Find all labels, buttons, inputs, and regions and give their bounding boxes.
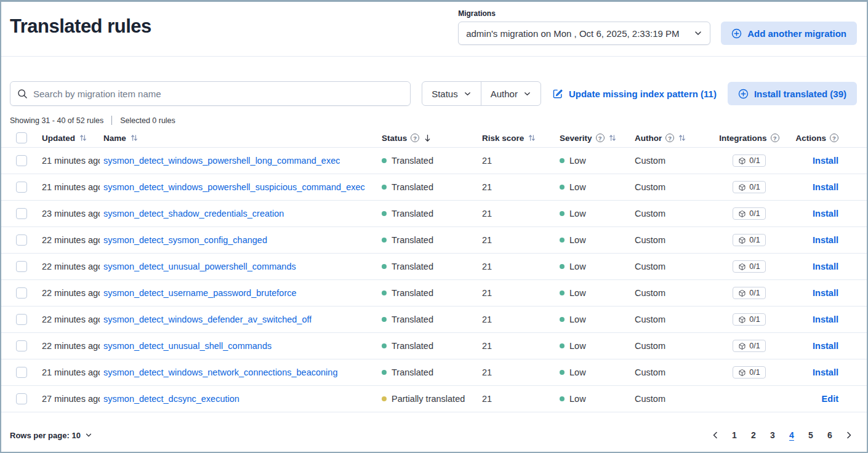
rows-per-page-button[interactable]: Rows per page: 10 (10, 431, 92, 440)
integrations-badge[interactable]: 0/1 (733, 313, 765, 326)
row-checkbox[interactable] (16, 314, 27, 325)
row-action-link[interactable]: Install (813, 341, 838, 351)
page-number-3[interactable]: 3 (765, 428, 780, 443)
sort-arrows-icon (608, 134, 617, 142)
rule-name-link[interactable]: sysmon_detect_windows_defender_av_switch… (103, 315, 311, 324)
status-dot (382, 238, 387, 243)
author-filter-button[interactable]: Author (481, 82, 540, 105)
migrations-block: Migrations admin's migration on Mon , Oc… (458, 9, 857, 56)
update-index-pattern-button[interactable]: Update missing index pattern (11) (552, 88, 717, 99)
author-cell: Custom (635, 235, 665, 245)
header-divider (1, 56, 867, 57)
rule-name-link[interactable]: sysmon_detect_shadow_credentials_creatio… (103, 209, 284, 218)
row-action-link[interactable]: Install (813, 315, 838, 324)
integrations-count: 0/1 (749, 156, 760, 165)
next-page-button[interactable] (842, 428, 856, 442)
sort-arrows-icon (130, 134, 139, 142)
page-number-2[interactable]: 2 (746, 428, 761, 443)
sort-arrows-icon (678, 134, 686, 142)
row-action-link[interactable]: Install (813, 182, 838, 192)
question-mark-icon[interactable]: ? (665, 134, 674, 142)
row-checkbox[interactable] (16, 235, 27, 246)
question-mark-icon[interactable]: ? (771, 134, 779, 142)
table-body: 21 minutes ago sysmon_detect_windows_pow… (1, 148, 867, 412)
add-migration-button[interactable]: Add another migration (721, 22, 857, 45)
integrations-badge[interactable]: 0/1 (733, 260, 765, 273)
integrations-count: 0/1 (749, 315, 760, 324)
rule-name-link[interactable]: sysmon_detect_windows_network_connection… (103, 367, 337, 377)
column-header-updated[interactable]: Updated (38, 134, 100, 143)
row-action-link[interactable]: Install (813, 235, 838, 245)
integrations-badge[interactable]: 0/1 (733, 366, 765, 379)
table-row: 22 minutes ago sysmon_detect_unusual_she… (1, 333, 867, 359)
page-number-4[interactable]: 4 (784, 428, 799, 443)
chevron-down-icon (464, 90, 472, 98)
row-action-link[interactable]: Install (813, 367, 838, 377)
status-filter-button[interactable]: Status (422, 82, 481, 105)
row-checkbox[interactable] (16, 261, 27, 272)
page-number-5[interactable]: 5 (803, 428, 818, 443)
rule-name-link[interactable]: sysmon_detect_windows_powershell_long_co… (103, 156, 340, 166)
row-checkbox[interactable] (16, 182, 27, 193)
row-checkbox[interactable] (16, 340, 27, 351)
select-all-checkbox[interactable] (16, 132, 27, 143)
row-checkbox[interactable] (16, 208, 27, 219)
column-header-status[interactable]: Status ? (378, 134, 478, 143)
row-checkbox[interactable] (16, 287, 27, 299)
row-checkbox[interactable] (16, 367, 27, 378)
severity-dot (560, 238, 565, 243)
rules-table: Updated Name Status ? Risk score Severit… (1, 129, 867, 412)
rule-name-link[interactable]: sysmon_detect_unusual_shell_commands (103, 341, 271, 351)
risk-score-cell: 21 (482, 182, 492, 192)
rule-name-link[interactable]: sysmon_detect_dcsync_execution (103, 394, 239, 404)
severity-dot (560, 317, 565, 322)
updated-cell: 27 minutes ago (42, 394, 100, 404)
risk-score-cell: 21 (482, 315, 492, 324)
column-header-name[interactable]: Name (100, 134, 378, 143)
question-mark-icon[interactable]: ? (830, 134, 838, 142)
row-checkbox[interactable] (16, 155, 27, 166)
column-header-risk-score[interactable]: Risk score (478, 134, 556, 143)
previous-page-button[interactable] (709, 428, 722, 442)
column-header-integrations[interactable]: Integrations ? (711, 134, 784, 143)
integrations-badge[interactable]: 0/1 (733, 234, 765, 246)
search-input[interactable] (10, 82, 410, 105)
question-mark-icon[interactable]: ? (411, 134, 419, 142)
status-dot (382, 343, 387, 348)
integrations-badge[interactable]: 0/1 (733, 287, 765, 299)
migration-select[interactable]: admin's migration on Mon , Oct 6, 2025, … (458, 22, 710, 45)
column-label-severity: Severity (560, 134, 592, 143)
severity-cell: Low (569, 367, 586, 377)
column-label-name: Name (103, 134, 126, 143)
column-header-actions[interactable]: Actions ? (784, 134, 867, 143)
row-action-link[interactable]: Install (813, 156, 838, 166)
package-icon (738, 316, 746, 324)
row-action-link[interactable]: Install (813, 209, 838, 218)
integrations-badge[interactable]: 0/1 (733, 181, 765, 193)
page-number-list: 123456 (727, 428, 837, 443)
rule-name-link[interactable]: sysmon_detect_username_password_brutefor… (103, 288, 297, 298)
table-row: 22 minutes ago sysmon_detect_unusual_pow… (1, 254, 867, 280)
install-translated-button[interactable]: Install translated (39) (728, 82, 857, 105)
integrations-badge[interactable]: 0/1 (733, 340, 765, 352)
row-action-link[interactable]: Install (813, 262, 838, 271)
integrations-badge[interactable]: 0/1 (733, 154, 765, 167)
severity-cell: Low (569, 394, 586, 404)
row-checkbox[interactable] (16, 393, 27, 404)
risk-score-cell: 21 (482, 156, 492, 166)
severity-cell: Low (569, 262, 586, 271)
rule-name-link[interactable]: sysmon_detect_unusual_powershell_command… (103, 262, 296, 271)
rule-name-link[interactable]: sysmon_detect_sysmon_config_changed (103, 235, 267, 245)
column-header-severity[interactable]: Severity ? (556, 134, 631, 143)
row-action-link[interactable]: Edit (822, 394, 838, 404)
page-number-1[interactable]: 1 (727, 428, 742, 443)
page-number-6[interactable]: 6 (822, 428, 837, 443)
integrations-badge[interactable]: 0/1 (733, 207, 765, 220)
updated-cell: 21 minutes ago (42, 367, 100, 377)
severity-dot (560, 185, 565, 190)
column-header-author[interactable]: Author ? (631, 134, 711, 143)
row-action-link[interactable]: Install (813, 288, 838, 298)
rule-name-link[interactable]: sysmon_detect_windows_powershell_suspici… (103, 182, 365, 192)
integrations-count: 0/1 (749, 209, 760, 218)
question-mark-icon[interactable]: ? (596, 134, 605, 142)
